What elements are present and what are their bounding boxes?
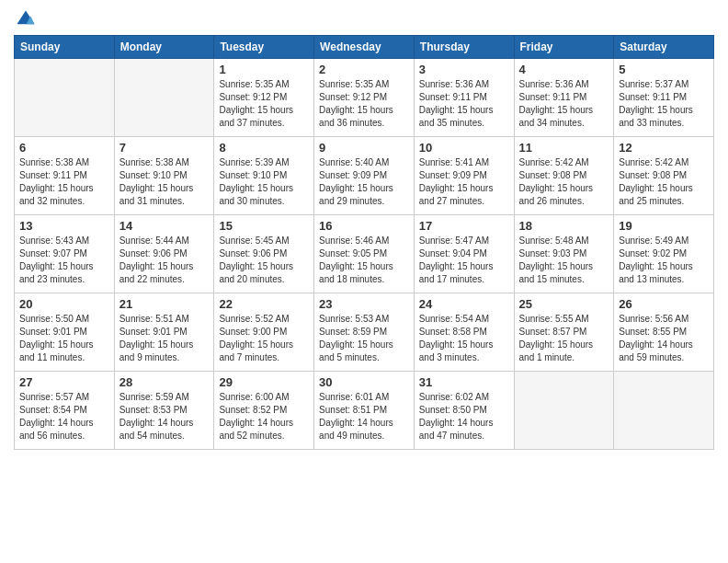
calendar-cell: 2Sunrise: 5:35 AMSunset: 9:12 PMDaylight… [314, 59, 415, 137]
calendar-cell: 6Sunrise: 5:38 AMSunset: 9:11 PMDaylight… [15, 137, 115, 215]
day-info: Sunrise: 5:36 AMSunset: 9:11 PMDaylight:… [419, 78, 509, 130]
calendar-cell: 11Sunrise: 5:42 AMSunset: 9:08 PMDayligh… [514, 137, 614, 215]
day-info: Sunrise: 5:40 AMSunset: 9:09 PMDaylight:… [319, 156, 409, 208]
day-info: Sunrise: 5:42 AMSunset: 9:08 PMDaylight:… [619, 156, 709, 208]
calendar-cell: 3Sunrise: 5:36 AMSunset: 9:11 PMDaylight… [414, 59, 514, 137]
day-info: Sunrise: 5:36 AMSunset: 9:11 PMDaylight:… [519, 78, 609, 130]
day-info: Sunrise: 5:38 AMSunset: 9:11 PMDaylight:… [19, 156, 109, 208]
day-info: Sunrise: 5:59 AMSunset: 8:53 PMDaylight:… [119, 391, 210, 442]
day-number: 7 [119, 141, 210, 155]
calendar-cell: 5Sunrise: 5:37 AMSunset: 9:11 PMDaylight… [614, 59, 714, 137]
calendar-cell: 14Sunrise: 5:44 AMSunset: 9:06 PMDayligh… [114, 215, 214, 293]
day-info: Sunrise: 5:47 AMSunset: 9:04 PMDaylight:… [419, 235, 509, 286]
day-info: Sunrise: 5:38 AMSunset: 9:10 PMDaylight:… [119, 156, 210, 208]
day-number: 31 [419, 375, 509, 389]
day-info: Sunrise: 5:52 AMSunset: 9:00 PMDaylight:… [219, 313, 309, 364]
calendar-cell: 4Sunrise: 5:36 AMSunset: 9:11 PMDaylight… [514, 59, 614, 137]
day-number: 6 [19, 141, 109, 155]
weekday-header: Friday [514, 36, 614, 59]
day-number: 21 [119, 297, 210, 311]
weekday-header-row: SundayMondayTuesdayWednesdayThursdayFrid… [15, 36, 714, 59]
calendar-cell: 27Sunrise: 5:57 AMSunset: 8:54 PMDayligh… [15, 372, 115, 450]
day-info: Sunrise: 5:53 AMSunset: 8:59 PMDaylight:… [319, 313, 409, 364]
day-info: Sunrise: 5:37 AMSunset: 9:11 PMDaylight:… [619, 78, 709, 130]
calendar-cell: 31Sunrise: 6:02 AMSunset: 8:50 PMDayligh… [414, 372, 514, 450]
day-info: Sunrise: 5:43 AMSunset: 9:07 PMDaylight:… [19, 235, 109, 286]
day-number: 1 [219, 63, 309, 76]
week-row: 1Sunrise: 5:35 AMSunset: 9:12 PMDaylight… [15, 59, 714, 137]
day-info: Sunrise: 5:50 AMSunset: 9:01 PMDaylight:… [19, 313, 109, 364]
weekday-header: Sunday [15, 36, 115, 59]
calendar-cell: 10Sunrise: 5:41 AMSunset: 9:09 PMDayligh… [414, 137, 514, 215]
calendar-cell: 16Sunrise: 5:46 AMSunset: 9:05 PMDayligh… [314, 215, 415, 293]
day-number: 10 [419, 141, 509, 155]
week-row: 27Sunrise: 5:57 AMSunset: 8:54 PMDayligh… [15, 372, 714, 450]
calendar-cell: 18Sunrise: 5:48 AMSunset: 9:03 PMDayligh… [514, 215, 614, 293]
day-info: Sunrise: 6:02 AMSunset: 8:50 PMDaylight:… [419, 391, 509, 442]
calendar-cell: 24Sunrise: 5:54 AMSunset: 8:58 PMDayligh… [414, 293, 514, 372]
weekday-header: Thursday [414, 36, 514, 59]
day-number: 22 [219, 297, 309, 311]
weekday-header: Saturday [614, 36, 714, 59]
calendar-cell: 22Sunrise: 5:52 AMSunset: 9:00 PMDayligh… [214, 293, 314, 372]
day-number: 4 [519, 63, 609, 76]
day-number: 19 [619, 219, 709, 233]
calendar-cell [114, 59, 214, 137]
calendar-cell: 26Sunrise: 5:56 AMSunset: 8:55 PMDayligh… [614, 293, 714, 372]
calendar-cell: 17Sunrise: 5:47 AMSunset: 9:04 PMDayligh… [414, 215, 514, 293]
calendar: SundayMondayTuesdayWednesdayThursdayFrid… [14, 35, 714, 450]
calendar-cell [514, 372, 614, 450]
calendar-cell: 29Sunrise: 6:00 AMSunset: 8:52 PMDayligh… [214, 372, 314, 450]
calendar-cell: 13Sunrise: 5:43 AMSunset: 9:07 PMDayligh… [15, 215, 115, 293]
calendar-cell: 25Sunrise: 5:55 AMSunset: 8:57 PMDayligh… [514, 293, 614, 372]
day-number: 27 [19, 375, 109, 389]
day-info: Sunrise: 5:41 AMSunset: 9:09 PMDaylight:… [419, 156, 509, 208]
day-info: Sunrise: 5:44 AMSunset: 9:06 PMDaylight:… [119, 235, 210, 286]
day-info: Sunrise: 5:55 AMSunset: 8:57 PMDaylight:… [519, 313, 609, 364]
day-number: 25 [519, 297, 609, 311]
day-info: Sunrise: 5:45 AMSunset: 9:06 PMDaylight:… [219, 235, 309, 286]
logo-icon [16, 9, 36, 29]
day-number: 15 [219, 219, 309, 233]
day-number: 3 [419, 63, 509, 76]
weekday-header: Monday [114, 36, 214, 59]
day-info: Sunrise: 5:46 AMSunset: 9:05 PMDaylight:… [319, 235, 409, 286]
calendar-cell: 7Sunrise: 5:38 AMSunset: 9:10 PMDaylight… [114, 137, 214, 215]
day-number: 8 [219, 141, 309, 155]
calendar-cell [15, 59, 115, 137]
day-info: Sunrise: 5:49 AMSunset: 9:02 PMDaylight:… [619, 235, 709, 286]
week-row: 6Sunrise: 5:38 AMSunset: 9:11 PMDaylight… [15, 137, 714, 215]
calendar-cell: 19Sunrise: 5:49 AMSunset: 9:02 PMDayligh… [614, 215, 714, 293]
calendar-cell: 28Sunrise: 5:59 AMSunset: 8:53 PMDayligh… [114, 372, 214, 450]
calendar-cell: 30Sunrise: 6:01 AMSunset: 8:51 PMDayligh… [314, 372, 415, 450]
day-number: 13 [19, 219, 109, 233]
day-info: Sunrise: 5:48 AMSunset: 9:03 PMDaylight:… [519, 235, 609, 286]
day-info: Sunrise: 5:42 AMSunset: 9:08 PMDaylight:… [519, 156, 609, 208]
day-number: 26 [619, 297, 709, 311]
day-number: 23 [319, 297, 409, 311]
day-info: Sunrise: 6:00 AMSunset: 8:52 PMDaylight:… [219, 391, 309, 442]
weekday-header: Tuesday [214, 36, 314, 59]
day-info: Sunrise: 5:39 AMSunset: 9:10 PMDaylight:… [219, 156, 309, 208]
day-number: 11 [519, 141, 609, 155]
week-row: 20Sunrise: 5:50 AMSunset: 9:01 PMDayligh… [15, 293, 714, 372]
day-info: Sunrise: 5:35 AMSunset: 9:12 PMDaylight:… [319, 78, 409, 130]
day-info: Sunrise: 5:56 AMSunset: 8:55 PMDaylight:… [619, 313, 709, 364]
weekday-header: Wednesday [314, 36, 415, 59]
calendar-cell: 21Sunrise: 5:51 AMSunset: 9:01 PMDayligh… [114, 293, 214, 372]
day-number: 5 [619, 63, 709, 76]
calendar-cell: 9Sunrise: 5:40 AMSunset: 9:09 PMDaylight… [314, 137, 415, 215]
day-info: Sunrise: 5:51 AMSunset: 9:01 PMDaylight:… [119, 313, 210, 364]
day-info: Sunrise: 5:57 AMSunset: 8:54 PMDaylight:… [19, 391, 109, 442]
day-number: 17 [419, 219, 509, 233]
calendar-cell: 8Sunrise: 5:39 AMSunset: 9:10 PMDaylight… [214, 137, 314, 215]
calendar-cell: 12Sunrise: 5:42 AMSunset: 9:08 PMDayligh… [614, 137, 714, 215]
day-number: 30 [319, 375, 409, 389]
day-number: 28 [119, 375, 210, 389]
day-number: 12 [619, 141, 709, 155]
day-info: Sunrise: 5:54 AMSunset: 8:58 PMDaylight:… [419, 313, 509, 364]
day-info: Sunrise: 6:01 AMSunset: 8:51 PMDaylight:… [319, 391, 409, 442]
logo [14, 9, 36, 29]
calendar-cell: 1Sunrise: 5:35 AMSunset: 9:12 PMDaylight… [214, 59, 314, 137]
day-number: 20 [19, 297, 109, 311]
